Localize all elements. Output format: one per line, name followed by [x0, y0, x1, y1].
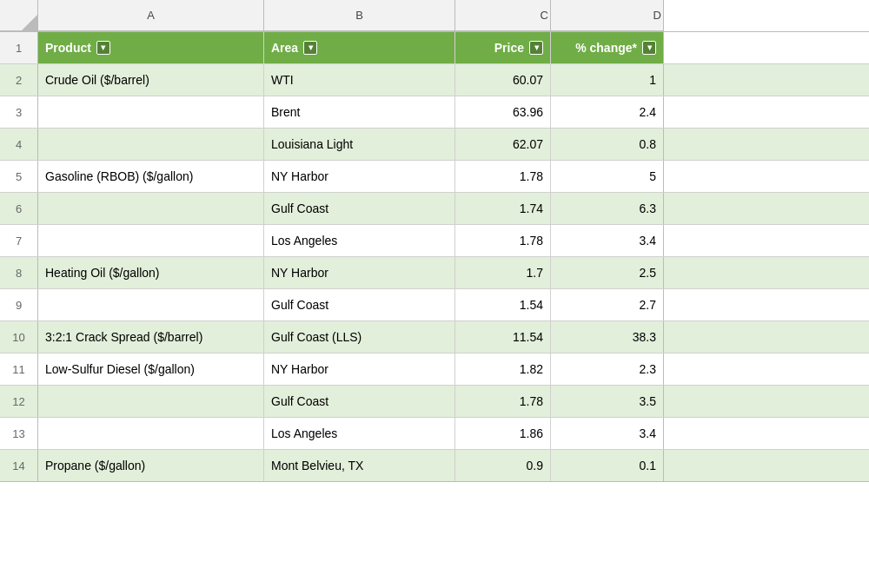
- cell-price[interactable]: 1.7: [455, 257, 551, 288]
- cell-price[interactable]: 1.82: [455, 353, 551, 385]
- cell-product[interactable]: [38, 225, 264, 256]
- cell-product[interactable]: [38, 289, 264, 320]
- cell-price[interactable]: 11.54: [455, 321, 551, 353]
- col-header-c: C: [455, 0, 551, 31]
- row-num-cell: 6: [0, 193, 38, 224]
- table-row: 14 Propane ($/gallon) Mont Belvieu, TX 0…: [0, 450, 869, 482]
- cell-area[interactable]: Gulf Coast (LLS): [264, 321, 455, 353]
- cell-product[interactable]: [38, 193, 264, 224]
- price-filter-icon[interactable]: [529, 41, 543, 55]
- cell-pct-change[interactable]: 1: [551, 64, 664, 96]
- cell-pct-change[interactable]: 38.3: [551, 321, 664, 353]
- cell-product[interactable]: Crude Oil ($/barrel): [38, 64, 264, 96]
- spreadsheet: A B C D 1 Product Area Price %: [0, 0, 869, 588]
- cell-pct-change[interactable]: 6.3: [551, 193, 664, 224]
- cell-product[interactable]: Propane ($/gallon): [38, 450, 264, 481]
- cell-pct-change[interactable]: 5: [551, 161, 664, 192]
- cell-pct-change[interactable]: 0.8: [551, 129, 664, 160]
- col-header-d: D: [551, 0, 664, 31]
- table-row: 9 Gulf Coast 1.54 2.7: [0, 289, 869, 321]
- row-num-cell: 9: [0, 289, 38, 320]
- table-header-row: 1 Product Area Price % change*: [0, 32, 869, 64]
- cell-area[interactable]: Los Angeles: [264, 225, 455, 256]
- col-header-a: A: [38, 0, 264, 31]
- table-row: 5 Gasoline (RBOB) ($/gallon) NY Harbor 1…: [0, 161, 869, 193]
- cell-area[interactable]: Gulf Coast: [264, 193, 455, 224]
- row-num-cell: 13: [0, 418, 38, 449]
- cell-product[interactable]: [38, 96, 264, 128]
- row-num-cell: 11: [0, 353, 38, 385]
- row-num-cell: 2: [0, 64, 38, 96]
- table-row: 11 Low-Sulfur Diesel ($/gallon) NY Harbo…: [0, 353, 869, 386]
- table-row: 6 Gulf Coast 1.74 6.3: [0, 193, 869, 225]
- row-num-cell: 4: [0, 129, 38, 160]
- cell-product[interactable]: [38, 418, 264, 449]
- table-row: 13 Los Angeles 1.86 3.4: [0, 418, 869, 450]
- table-row: 8 Heating Oil ($/gallon) NY Harbor 1.7 2…: [0, 257, 869, 289]
- col-header-b: B: [264, 0, 455, 31]
- cell-price[interactable]: 1.54: [455, 289, 551, 320]
- cell-area[interactable]: Gulf Coast: [264, 289, 455, 320]
- cell-price[interactable]: 1.74: [455, 193, 551, 224]
- cell-area[interactable]: Gulf Coast: [264, 386, 455, 417]
- cell-area[interactable]: Los Angeles: [264, 418, 455, 449]
- cell-price[interactable]: 1.78: [455, 161, 551, 192]
- row-num-cell: 3: [0, 96, 38, 128]
- cell-pct-change[interactable]: 3.5: [551, 386, 664, 417]
- cell-price[interactable]: 62.07: [455, 129, 551, 160]
- cell-product[interactable]: Low-Sulfur Diesel ($/gallon): [38, 353, 264, 385]
- table-body: 2 Crude Oil ($/barrel) WTI 60.07 1 3 Bre…: [0, 64, 869, 482]
- cell-product[interactable]: [38, 129, 264, 160]
- cell-product[interactable]: 3:2:1 Crack Spread ($/barrel): [38, 321, 264, 353]
- table-row: 3 Brent 63.96 2.4: [0, 96, 869, 129]
- header-area[interactable]: Area: [264, 32, 455, 63]
- table-row: 7 Los Angeles 1.78 3.4: [0, 225, 869, 257]
- table-row: 10 3:2:1 Crack Spread ($/barrel) Gulf Co…: [0, 321, 869, 353]
- cell-pct-change[interactable]: 0.1: [551, 450, 664, 481]
- cell-area[interactable]: Louisiana Light: [264, 129, 455, 160]
- table-row: 12 Gulf Coast 1.78 3.5: [0, 386, 869, 418]
- row-num-cell: 10: [0, 321, 38, 353]
- header-row-num: 1: [0, 32, 38, 63]
- header-product[interactable]: Product: [38, 32, 264, 63]
- pct-change-filter-icon[interactable]: [642, 41, 656, 55]
- cell-area[interactable]: NY Harbor: [264, 257, 455, 288]
- row-num-cell: 8: [0, 257, 38, 288]
- cell-price[interactable]: 1.78: [455, 386, 551, 417]
- cell-area[interactable]: Mont Belvieu, TX: [264, 450, 455, 481]
- area-filter-icon[interactable]: [303, 41, 317, 55]
- cell-product[interactable]: Gasoline (RBOB) ($/gallon): [38, 161, 264, 192]
- cell-area[interactable]: Brent: [264, 96, 455, 128]
- product-filter-icon[interactable]: [96, 41, 110, 55]
- cell-pct-change[interactable]: 2.5: [551, 257, 664, 288]
- row-num-cell: 14: [0, 450, 38, 481]
- cell-pct-change[interactable]: 2.3: [551, 353, 664, 385]
- table-row: 4 Louisiana Light 62.07 0.8: [0, 129, 869, 161]
- row-num-cell: 7: [0, 225, 38, 256]
- cell-price[interactable]: 1.86: [455, 418, 551, 449]
- cell-product[interactable]: Heating Oil ($/gallon): [38, 257, 264, 288]
- cell-price[interactable]: 0.9: [455, 450, 551, 481]
- cell-pct-change[interactable]: 2.7: [551, 289, 664, 320]
- cell-price[interactable]: 1.78: [455, 225, 551, 256]
- header-price[interactable]: Price: [455, 32, 551, 63]
- cell-area[interactable]: WTI: [264, 64, 455, 96]
- cell-price[interactable]: 63.96: [455, 96, 551, 128]
- header-pct-change[interactable]: % change*: [551, 32, 664, 63]
- cell-area[interactable]: NY Harbor: [264, 161, 455, 192]
- cell-area[interactable]: NY Harbor: [264, 353, 455, 385]
- row-num-cell: 12: [0, 386, 38, 417]
- column-headers-row: A B C D: [0, 0, 869, 32]
- cell-product[interactable]: [38, 386, 264, 417]
- table-row: 2 Crude Oil ($/barrel) WTI 60.07 1: [0, 64, 869, 96]
- row-num-cell: 5: [0, 161, 38, 192]
- cell-price[interactable]: 60.07: [455, 64, 551, 96]
- cell-pct-change[interactable]: 3.4: [551, 418, 664, 449]
- corner-cell: [0, 0, 38, 31]
- cell-pct-change[interactable]: 2.4: [551, 96, 664, 128]
- cell-pct-change[interactable]: 3.4: [551, 225, 664, 256]
